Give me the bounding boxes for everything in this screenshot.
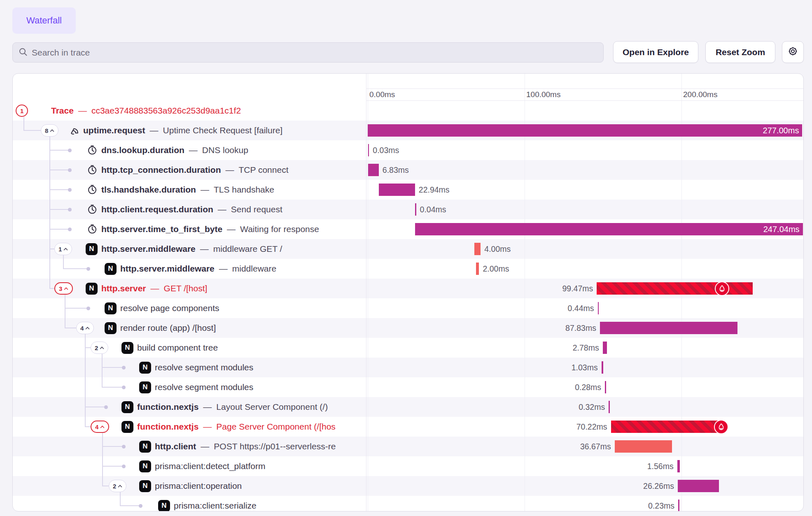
span-label[interactable]: dns.lookup.duration—DNS lookup — [87, 140, 365, 160]
nextjs-icon: N — [139, 480, 151, 492]
tree-elbow-line — [102, 446, 122, 447]
tree-guide-line — [102, 433, 103, 486]
span-label[interactable]: Nresolve segment modules — [139, 358, 365, 377]
span-count-badge[interactable]: 1 — [54, 243, 72, 255]
span-row[interactable] — [13, 456, 803, 476]
clock-icon — [87, 224, 98, 235]
separator-dash: — — [218, 205, 226, 214]
span-label[interactable]: Nbuild component tree — [121, 338, 365, 358]
span-duration-bar[interactable] — [415, 203, 416, 216]
span-count-badge[interactable]: 2 — [109, 480, 126, 492]
open-in-explore-button[interactable]: Open in Explore — [613, 41, 698, 63]
separator-dash: — — [78, 106, 87, 116]
span-duration-bar[interactable] — [609, 401, 610, 413]
span-duration-bar[interactable] — [597, 282, 753, 295]
tree-elbow-line — [49, 209, 68, 210]
reset-zoom-button[interactable]: Reset Zoom — [705, 41, 775, 63]
span-duration-bar[interactable] — [615, 440, 672, 453]
span-label[interactable]: http.server.time_to_first_byte—Waiting f… — [87, 219, 365, 239]
nextjs-icon: N — [105, 322, 117, 334]
fire-icon[interactable] — [714, 420, 728, 434]
duration-label: 99.47ms — [519, 279, 593, 298]
chevron-up-icon — [64, 287, 68, 290]
span-duration-bar[interactable] — [379, 184, 415, 196]
span-duration-bar[interactable]: 247.04ms — [415, 223, 803, 235]
span-label[interactable]: Nprisma:client:operation — [139, 476, 365, 496]
search-input[interactable] — [32, 48, 597, 58]
fire-icon[interactable] — [715, 281, 729, 296]
span-label[interactable]: Nhttp.server—GET /[host] — [86, 279, 365, 298]
span-duration-bar[interactable] — [678, 500, 679, 511]
tree-waterfall-divider[interactable] — [366, 74, 366, 511]
span-label[interactable]: tls.handshake.duration—TLS handshake — [87, 180, 365, 200]
span-label[interactable]: Nfunction.nextjs—Page Server Component (… — [121, 417, 365, 437]
span-op-name: resolve segment modules — [155, 363, 253, 372]
tree-guide-line — [65, 295, 65, 328]
span-label[interactable]: Trace—cc3ae3748883563a926c253d9aa1c1f2 — [51, 101, 365, 121]
span-duration-bar[interactable] — [368, 164, 379, 176]
tree-elbow-line — [49, 170, 68, 170]
span-label[interactable]: Nrender route (app) /[host] — [105, 318, 365, 338]
tree-elbow-line — [49, 229, 68, 230]
span-row[interactable] — [13, 377, 803, 397]
span-op-name: Trace — [51, 106, 74, 116]
span-count-badge[interactable]: 2 — [91, 342, 108, 354]
span-duration-bar[interactable]: 277.00ms — [368, 124, 802, 137]
span-label[interactable]: Nfunction.nextjs—Layout Server Component… — [121, 397, 365, 417]
nextjs-icon: N — [139, 441, 151, 453]
span-row[interactable] — [13, 496, 803, 511]
span-label[interactable]: Nhttp.server.middleware—middleware — [105, 259, 365, 279]
nextjs-icon: N — [86, 283, 98, 295]
nextjs-icon: N — [105, 302, 117, 314]
span-count-badge[interactable]: 4 — [76, 322, 94, 334]
span-duration-bar[interactable] — [602, 361, 603, 374]
span-label[interactable]: Nhttp.client—POST https://p01--serverles… — [139, 437, 365, 456]
span-label[interactable]: Nhttp.server.middleware—middleware GET / — [86, 239, 365, 259]
span-duration-bar[interactable] — [611, 421, 721, 433]
nextjs-icon: N — [139, 460, 151, 472]
span-duration-bar[interactable] — [474, 243, 481, 255]
duration-label: 22.94ms — [419, 180, 450, 200]
span-count-badge[interactable]: 3 — [54, 282, 73, 295]
span-duration-bar[interactable] — [598, 302, 599, 314]
span-count: 3 — [59, 285, 62, 292]
span-label[interactable]: http.client.request.duration—Send reques… — [87, 200, 365, 219]
span-row[interactable] — [13, 358, 803, 377]
span-duration-bar[interactable] — [603, 342, 607, 354]
tab-waterfall[interactable]: Waterfall — [12, 7, 76, 34]
span-label[interactable]: uptime.request—Uptime Check Request [fai… — [68, 121, 365, 140]
separator-dash: — — [201, 442, 209, 451]
span-count: 1 — [20, 107, 23, 114]
span-count-badge[interactable]: 4 — [91, 421, 109, 433]
settings-button[interactable] — [782, 41, 804, 63]
span-duration-bar[interactable] — [677, 460, 680, 472]
duration-label: 6.83ms — [383, 160, 409, 180]
tree-elbow-line — [102, 367, 122, 368]
span-duration-bar[interactable] — [600, 322, 738, 334]
span-label[interactable]: http.tcp_connection.duration—TCP connect — [87, 160, 365, 180]
span-row[interactable] — [13, 437, 803, 456]
span-op-name: uptime.request — [83, 126, 145, 135]
duration-label: 2.00ms — [483, 259, 509, 279]
span-label[interactable]: Nresolve segment modules — [139, 377, 365, 397]
span-label[interactable]: Nresolve page components — [105, 298, 365, 318]
search-bar[interactable] — [12, 42, 604, 63]
span-op-name: function.nextjs — [137, 422, 198, 432]
span-duration-bar[interactable] — [476, 263, 479, 275]
tree-node-dot — [68, 168, 72, 172]
span-duration-bar[interactable] — [678, 480, 719, 492]
span-label[interactable]: Nprisma:client:serialize — [158, 496, 365, 511]
span-duration-bar[interactable] — [368, 144, 369, 156]
duration-label: 0.03ms — [373, 140, 399, 160]
tree-node-dot — [139, 504, 142, 508]
span-count-badge[interactable]: 8 — [41, 124, 58, 137]
span-op-name: http.server — [101, 284, 146, 293]
chevron-up-icon — [50, 129, 54, 132]
span-label[interactable]: Nprisma:client:detect_platform — [139, 456, 365, 476]
tree-elbow-line — [65, 308, 87, 309]
duration-label: 0.44ms — [520, 298, 594, 318]
duration-label: 70.22ms — [533, 417, 607, 437]
span-duration-bar[interactable] — [605, 381, 606, 393]
duration-label: 0.32ms — [531, 397, 605, 417]
span-op-name: prisma:client:detect_platform — [155, 461, 265, 471]
